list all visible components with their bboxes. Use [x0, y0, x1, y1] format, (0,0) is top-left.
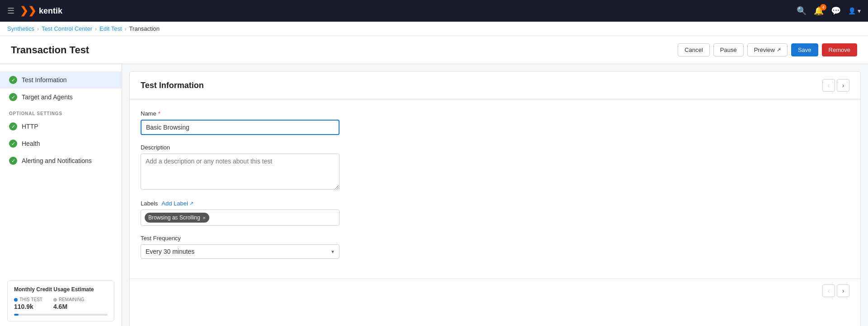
sidebar-item-http[interactable]: ✓ HTTP: [0, 118, 122, 135]
labels-input-container[interactable]: Browsing as Scrolling ×: [141, 210, 340, 226]
labels-row: Labels Add Label ↗: [141, 200, 849, 207]
credit-dot-remaining: [53, 298, 57, 302]
credit-title: Monthly Credit Usage Estimate: [14, 286, 108, 293]
credit-bar-fill: [14, 314, 19, 316]
credit-this-test: THIS TEST 110.9k: [14, 297, 42, 310]
main-layout: ✓ Test Information ✓ Target and Agents O…: [0, 64, 868, 326]
sidebar-item-test-information[interactable]: ✓ Test Information: [0, 71, 122, 88]
top-navigation: ☰ ❯❯ kentik 🔍 🔔 4 💬 👤 ▾: [0, 0, 868, 22]
sidebar-label-alerting: Alerting and Notifications: [22, 157, 92, 164]
sidebar-label-target-and-agents: Target and Agents: [22, 93, 73, 101]
check-icon-target-and-agents: ✓: [9, 93, 17, 101]
credit-this-test-label: THIS TEST: [14, 297, 42, 302]
labels-label: Labels: [141, 200, 158, 207]
breadcrumb-sep-1: ›: [37, 26, 39, 32]
next-arrow-button[interactable]: ›: [837, 79, 849, 92]
name-label: Name *: [141, 110, 849, 117]
nav-left: ☰ ❯❯ kentik: [7, 5, 62, 17]
external-link-icon: ↗: [777, 47, 781, 53]
preview-button[interactable]: Preview ↗: [747, 43, 788, 56]
footer-prev-arrow-button[interactable]: ‹: [822, 284, 835, 297]
header-actions: Cancel Pause Preview ↗ Save Remove: [678, 43, 857, 56]
save-button[interactable]: Save: [791, 43, 818, 56]
content-body: Name * Description Labels Add Label: [130, 99, 860, 279]
remove-button[interactable]: Remove: [822, 43, 857, 56]
chat-icon[interactable]: 💬: [831, 6, 841, 16]
nav-arrows: ‹ ›: [822, 79, 849, 92]
description-label: Description: [141, 144, 849, 151]
sidebar-label-health: Health: [22, 140, 40, 147]
tag-remove-icon[interactable]: ×: [203, 214, 206, 221]
logo-icon: ❯❯: [20, 5, 36, 17]
credit-remaining-label: REMAINING: [53, 297, 85, 302]
check-icon-http: ✓: [9, 122, 17, 130]
preview-label: Preview: [754, 47, 775, 53]
test-frequency-select-wrapper: Every 1 minute Every 5 minutes Every 10 …: [141, 244, 340, 259]
required-asterisk: *: [158, 110, 160, 117]
page-header: Transaction Test Cancel Pause Preview ↗ …: [0, 36, 868, 64]
credit-this-test-value: 110.9k: [14, 303, 42, 310]
name-field-group: Name *: [141, 110, 849, 135]
logo[interactable]: ❯❯ kentik: [20, 5, 62, 17]
check-icon-alerting: ✓: [9, 157, 17, 165]
pause-button[interactable]: Pause: [713, 43, 744, 56]
notification-badge: 4: [820, 4, 826, 10]
content-panel-footer: ‹ ›: [130, 279, 860, 303]
label-tag-browsing-as-scrolling: Browsing as Scrolling ×: [145, 213, 209, 223]
test-frequency-label: Test Frequency: [141, 235, 849, 242]
test-frequency-field-group: Test Frequency Every 1 minute Every 5 mi…: [141, 235, 849, 259]
notifications-icon[interactable]: 🔔 4: [814, 6, 824, 16]
add-label-ext-icon: ↗: [189, 200, 193, 206]
optional-settings-label: OPTIONAL SETTINGS: [0, 106, 122, 118]
description-textarea[interactable]: [141, 154, 340, 190]
breadcrumb-sep-2: ›: [95, 26, 97, 32]
sidebar-label-test-information: Test Information: [22, 76, 67, 84]
logo-text: kentik: [39, 6, 62, 16]
prev-arrow-button[interactable]: ‹: [822, 79, 835, 92]
check-icon-test-information: ✓: [9, 76, 17, 84]
hamburger-icon[interactable]: ☰: [7, 6, 14, 16]
label-tag-text: Browsing as Scrolling: [148, 214, 200, 221]
content-panel-title: Test Information: [141, 81, 204, 90]
add-label-link[interactable]: Add Label ↗: [161, 200, 193, 207]
breadcrumb-current: Transaction: [129, 25, 160, 32]
sidebar-label-http: HTTP: [22, 123, 38, 130]
credit-remaining: REMAINING 4.6M: [53, 297, 85, 310]
name-input[interactable]: [141, 120, 340, 135]
labels-field-group: Labels Add Label ↗ Browsing as Scrolling…: [141, 200, 849, 226]
breadcrumb-test-control-center[interactable]: Test Control Center: [42, 25, 92, 32]
sidebar-item-target-and-agents[interactable]: ✓ Target and Agents: [0, 88, 122, 106]
breadcrumb: Synthetics › Test Control Center › Edit …: [0, 22, 868, 36]
sidebar: ✓ Test Information ✓ Target and Agents O…: [0, 64, 122, 326]
credit-bar: [14, 314, 108, 316]
breadcrumb-edit-test[interactable]: Edit Test: [99, 25, 122, 32]
page-title: Transaction Test: [11, 44, 89, 56]
credit-card: Monthly Credit Usage Estimate THIS TEST …: [7, 280, 114, 321]
sidebar-item-alerting-and-notifications[interactable]: ✓ Alerting and Notifications: [0, 152, 122, 169]
credit-remaining-value: 4.6M: [53, 303, 85, 310]
description-field-group: Description: [141, 144, 849, 191]
credit-row: THIS TEST 110.9k REMAINING 4.6M: [14, 297, 108, 310]
sidebar-footer: Monthly Credit Usage Estimate THIS TEST …: [0, 273, 122, 326]
user-chevron-icon: ▾: [858, 7, 861, 14]
footer-nav-arrows: ‹ ›: [822, 284, 849, 297]
footer-next-arrow-button[interactable]: ›: [837, 284, 849, 297]
nav-right: 🔍 🔔 4 💬 👤 ▾: [797, 6, 861, 16]
user-icon: 👤: [848, 7, 856, 14]
search-icon[interactable]: 🔍: [797, 6, 807, 16]
user-menu[interactable]: 👤 ▾: [848, 7, 861, 14]
content-panel-header: Test Information ‹ ›: [130, 72, 860, 99]
breadcrumb-sep-3: ›: [125, 26, 127, 32]
check-icon-health: ✓: [9, 140, 17, 148]
sidebar-item-health[interactable]: ✓ Health: [0, 135, 122, 152]
content-panel: Test Information ‹ › Name * Descr: [129, 71, 861, 326]
main-content: Test Information ‹ › Name * Descr: [122, 64, 868, 326]
credit-dot-this: [14, 298, 18, 302]
test-frequency-select[interactable]: Every 1 minute Every 5 minutes Every 10 …: [141, 244, 340, 259]
cancel-button[interactable]: Cancel: [678, 43, 709, 56]
breadcrumb-synthetics[interactable]: Synthetics: [7, 25, 34, 32]
